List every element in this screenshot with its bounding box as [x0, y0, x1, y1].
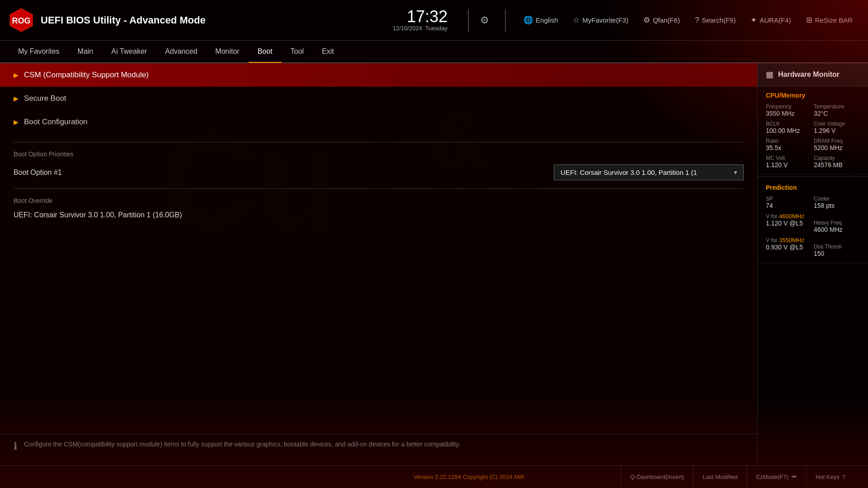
- hw-3550-volt: 0.930 V @L5: [766, 244, 812, 257]
- hw-pred-3550-grid: 0.930 V @L5 Dos Thresh 150: [766, 244, 860, 257]
- priorities-label: Boot Option Priorities: [14, 146, 744, 160]
- nav-main[interactable]: Main: [69, 40, 103, 63]
- hw-temperature-label: Temperature: [814, 103, 860, 110]
- qfan-btn[interactable]: ⚙ Qfan(F6): [637, 13, 686, 28]
- hw-vfor-label1: V for: [766, 213, 777, 220]
- divider1: [14, 142, 744, 142]
- language-btn[interactable]: 🌐 English: [517, 13, 564, 28]
- hw-ratio-value: 35.5x: [766, 144, 812, 151]
- myfavorite-btn[interactable]: ☆ MyFavorite(F3): [566, 13, 635, 28]
- hw-prediction-section: Prediction SP 74 Cooler 158 pts: [758, 178, 868, 263]
- hw-4600-volt: 1.120 V @L5: [766, 220, 812, 233]
- favorite-icon: ☆: [573, 15, 580, 25]
- hw-heavyfreq-value: 4600 MHz: [814, 226, 860, 233]
- hw-dosthresh: Dos Thresh 150: [814, 244, 860, 257]
- rog-logo-icon: ROG: [9, 8, 34, 33]
- hw-frequency: Frequency 3550 MHz: [766, 103, 812, 117]
- hw-sp: SP 74: [766, 196, 812, 209]
- menu-item-bootconfig[interactable]: ▶ Boot Configuration: [0, 110, 757, 134]
- divider2: [14, 188, 744, 189]
- hw-4600mhz-label: 4600MHz: [779, 213, 804, 220]
- time-display: 17:32: [393, 9, 448, 25]
- aura-icon: ✦: [750, 15, 757, 25]
- boot-option1-select[interactable]: UEFI: Corsair Survivor 3.0 1.00, Partiti…: [554, 164, 744, 180]
- hw-frequency-value: 3550 MHz: [766, 110, 812, 117]
- hw-cpu-memory-section: CPU/Memory Frequency 3550 MHz Temperatur…: [758, 86, 868, 174]
- hw-3550mhz-label: 3550MHz: [779, 237, 804, 244]
- hw-cooler-value: 158 pts: [814, 202, 860, 209]
- hw-dosthresh-label: Dos Thresh: [814, 244, 860, 250]
- nav-aitweaker[interactable]: Ai Tweaker: [102, 40, 156, 63]
- hotkeys-icon: ?: [842, 474, 845, 480]
- hw-monitor-panel: ▦ Hardware Monitor CPU/Memory Frequency …: [757, 63, 868, 465]
- logo-area: ROG UEFI BIOS Utility - Advanced Mode: [9, 8, 206, 33]
- nav-boot[interactable]: Boot: [249, 40, 282, 63]
- hw-bclk: BCLK 100.00 MHz: [766, 121, 812, 134]
- hw-mcvolt-value: 1.120 V: [766, 161, 812, 169]
- footer: Version 2.22.1284 Copyright (C) 2024 AMI…: [0, 465, 868, 488]
- ezmode-btn[interactable]: EzMode(F7) ⮕: [746, 466, 806, 488]
- nav-advanced[interactable]: Advanced: [156, 40, 206, 63]
- top-bar-divider: [468, 9, 469, 32]
- hw-cpu-memory-title: CPU/Memory: [766, 92, 860, 99]
- hw-prediction-grid1: SP 74 Cooler 158 pts: [766, 196, 860, 209]
- boot-option1-label: Boot Option #1: [14, 169, 104, 177]
- footer-right: Q-Dashboard(Insert) Last Modified EzMode…: [621, 466, 854, 488]
- nav-exit[interactable]: Exit: [313, 40, 343, 63]
- fan-icon: ⚙: [643, 15, 650, 25]
- hw-capacity-value: 24576 MB: [814, 161, 860, 169]
- hw-bclk-value: 100.00 MHz: [766, 127, 812, 134]
- hw-dramfreq-label: DRAM Freq.: [814, 138, 860, 144]
- settings-icon[interactable]: ⚙: [480, 14, 489, 26]
- override-label: Boot Override: [14, 192, 744, 206]
- hw-monitor-title: ▦ Hardware Monitor: [758, 63, 868, 86]
- menu-list: ▶ CSM (Compatibility Support Module) ▶ S…: [0, 63, 757, 434]
- hw-mcvolt: MC Volt. 1.120 V: [766, 155, 812, 169]
- hw-pred-4600: V for 4600MHz 1.120 V @L5 Heavy Freq 460…: [766, 213, 860, 233]
- hw-dramfreq-value: 5200 MHz: [814, 144, 860, 151]
- hw-dosthresh-value: 150: [814, 250, 860, 257]
- menu-item-csm[interactable]: ▶ CSM (Compatibility Support Module): [0, 63, 757, 87]
- nav-myfavorites[interactable]: My Favorites: [9, 40, 69, 63]
- nav-tool[interactable]: Tool: [282, 40, 313, 63]
- hotkeys-btn[interactable]: Hot Keys ?: [806, 466, 854, 488]
- boot-option1-select-wrapper: UEFI: Corsair Survivor 3.0 1.00, Partiti…: [554, 164, 744, 180]
- content-area: ▶ CSM (Compatibility Support Module) ▶ S…: [0, 63, 868, 465]
- search-btn[interactable]: ? Search(F9): [689, 13, 742, 28]
- hw-corevolt: Core Voltage 1.296 V: [814, 121, 860, 134]
- hw-sp-label: SP: [766, 196, 812, 202]
- hw-cooler-label: Cooler: [814, 196, 860, 202]
- info-text: Configure the CSM(compatibility support …: [24, 440, 460, 449]
- hw-vfor-label2: V for: [766, 237, 777, 244]
- arrow-icon3: ▶: [14, 118, 19, 126]
- last-modified-btn[interactable]: Last Modified: [693, 466, 746, 488]
- hw-temperature: Temperature 32°C: [814, 103, 860, 117]
- hw-stats-grid: Frequency 3550 MHz Temperature 32°C BCLK…: [766, 103, 860, 169]
- ezmode-icon: ⮕: [791, 474, 797, 480]
- footer-version: Version 2.22.1284 Copyright (C) 2024 AMI: [317, 474, 620, 480]
- menu-item-secureboot[interactable]: ▶ Secure Boot: [0, 87, 757, 110]
- hw-mcvolt-label: MC Volt.: [766, 155, 812, 161]
- hw-corevolt-value: 1.296 V: [814, 127, 860, 134]
- hw-sp-value: 74: [766, 202, 812, 209]
- date-display: 12/10/2024 Tuesday: [393, 25, 448, 32]
- hw-corevolt-label: Core Voltage: [814, 121, 860, 127]
- search-icon: ?: [695, 16, 699, 25]
- hw-prediction-title: Prediction: [766, 184, 860, 191]
- hw-monitor-title-text: Hardware Monitor: [778, 70, 840, 79]
- info-icon: ℹ: [14, 441, 17, 452]
- resizebar-btn[interactable]: ⊞ ReSize BAR: [800, 13, 859, 28]
- qdashboard-btn[interactable]: Q-Dashboard(Insert): [621, 466, 693, 488]
- arrow-icon: ▶: [14, 71, 19, 79]
- hw-pred-3550-label-row: V for 3550MHz: [766, 237, 860, 244]
- hw-dramfreq: DRAM Freq. 5200 MHz: [814, 138, 860, 151]
- hw-pred-4600-label-row: V for 4600MHz: [766, 213, 860, 220]
- boot-content: Boot Option Priorities Boot Option #1 UE…: [0, 134, 757, 228]
- hw-frequency-label: Frequency: [766, 103, 812, 110]
- nav-monitor[interactable]: Monitor: [206, 40, 248, 63]
- hw-ratio-label: Ratio: [766, 138, 812, 144]
- hw-divider: [758, 176, 868, 177]
- aura-btn[interactable]: ✦ AURA(F4): [744, 13, 797, 28]
- main-content: ▶ CSM (Compatibility Support Module) ▶ S…: [0, 63, 757, 465]
- hw-capacity-label: Capacity: [814, 155, 860, 161]
